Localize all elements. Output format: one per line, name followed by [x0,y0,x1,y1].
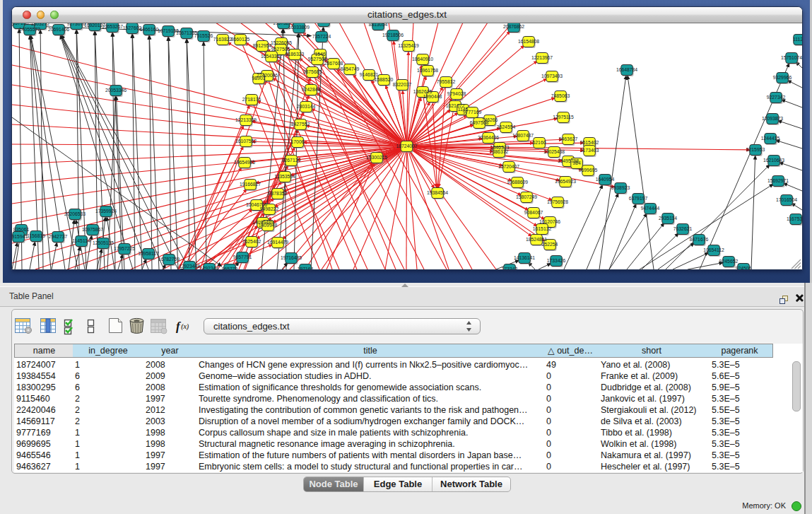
svg-text:1990448: 1990448 [423,94,442,99]
svg-text:19756928: 19756928 [547,199,568,204]
svg-text:1615132: 1615132 [533,226,552,231]
svg-text:2803144: 2803144 [297,104,316,109]
svg-text:10653267: 10653267 [102,24,123,29]
svg-text:8186323: 8186323 [286,52,305,57]
svg-text:17957225: 17957225 [114,246,135,251]
svg-text:8878352: 8878352 [269,191,288,196]
svg-text:16033809: 16033809 [288,25,310,30]
svg-text:9527505: 9527505 [271,47,290,52]
svg-text:62160: 62160 [533,140,546,145]
svg-text:15720407: 15720407 [498,164,519,169]
svg-text:9084067: 9084067 [524,210,543,215]
svg-text:98901: 98901 [252,76,266,81]
svg-text:1409948: 1409948 [259,223,278,228]
svg-text:14055572: 14055572 [19,27,40,32]
svg-text:8454749: 8454749 [341,66,360,71]
svg-text:19218506: 19218506 [382,33,404,37]
svg-text:7515526: 7515526 [194,33,213,38]
svg-text:2942737: 2942737 [49,234,68,239]
svg-text:7485063: 7485063 [551,93,570,98]
svg-text:9463627: 9463627 [559,136,578,141]
svg-text:8267130: 8267130 [282,158,301,163]
svg-text:12505135: 12505135 [93,240,114,245]
svg-text:252254: 252254 [542,242,558,247]
svg-text:17006: 17006 [291,139,305,144]
svg-text:7357224: 7357224 [312,34,331,39]
svg-text:3915941: 3915941 [12,234,28,239]
svg-text:19384554: 19384554 [427,190,448,195]
svg-text:7632621: 7632621 [673,226,693,231]
svg-text:3875685: 3875685 [303,69,322,74]
svg-text:9474444: 9474444 [641,206,660,211]
svg-text:6466160: 6466160 [140,27,159,32]
svg-text:9515402: 9515402 [580,140,599,145]
svg-text:9657791: 9657791 [233,255,252,259]
svg-text:1640954: 1640954 [596,177,615,182]
svg-text:19654923: 19654923 [555,179,576,184]
svg-text:10807487: 10807487 [512,133,534,138]
svg-text:15692971: 15692971 [767,178,789,183]
svg-text:197164: 197164 [298,267,314,269]
svg-text:10654112: 10654112 [703,247,724,252]
svg-text:7386372: 7386372 [490,149,509,154]
svg-text:3173403: 3173403 [580,148,599,153]
svg-text:2867608: 2867608 [324,61,343,66]
svg-text:7625402: 7625402 [242,239,261,244]
svg-text:19716485: 19716485 [281,255,302,260]
svg-text:8427552: 8427552 [291,122,310,127]
svg-text:1292344: 1292344 [200,266,219,269]
svg-text:16154808: 16154808 [518,39,539,44]
svg-text:20876862: 20876862 [503,24,524,29]
svg-text:16648784: 16648784 [616,67,637,72]
svg-text:15807249: 15807249 [516,194,537,199]
svg-text:1167533: 1167533 [787,216,802,221]
svg-text:17359924: 17359924 [95,209,117,214]
svg-text:20053346: 20053346 [105,88,126,93]
svg-text:9498222: 9498222 [260,206,279,211]
svg-text:965779: 965779 [222,267,238,269]
svg-text:(x): (x) [181,322,189,331]
svg-text:835061: 835061 [13,227,30,232]
svg-text:18524861: 18524861 [526,237,547,242]
svg-text:12093873: 12093873 [762,116,783,121]
svg-text:16543362: 16543362 [261,54,282,59]
svg-text:8912954: 8912954 [253,43,272,48]
svg-text:7955812: 7955812 [437,79,456,84]
svg-text:1527602: 1527602 [123,25,142,30]
svg-text:19654985: 19654985 [234,160,255,165]
svg-text:1156819: 1156819 [27,233,45,238]
svg-text:10975867: 10975867 [82,227,103,232]
svg-text:1362615: 1362615 [413,89,433,94]
svg-text:12213967: 12213967 [531,55,553,60]
svg-text:16210643: 16210643 [763,158,784,163]
svg-text:11121: 11121 [793,37,802,42]
svg-text:1145114: 1145114 [72,238,90,243]
svg-text:9146821: 9146821 [360,72,379,77]
svg-text:1733426: 1733426 [547,258,566,263]
svg-text:10025438: 10025438 [543,149,565,154]
svg-text:9794028: 9794028 [447,91,466,96]
svg-text:20364436: 20364436 [478,135,499,140]
svg-text:19166827: 19166827 [240,182,261,187]
svg-text:18640910: 18640910 [412,57,433,62]
svg-text:8660125: 8660125 [231,37,250,42]
svg-text:9699695: 9699695 [579,168,598,173]
svg-text:20206533: 20206533 [64,211,86,216]
svg-text:8471676: 8471676 [690,237,709,242]
svg-text:15226055: 15226055 [271,40,292,45]
svg-text:11325419: 11325419 [398,43,419,48]
svg-text:14136141: 14136141 [514,255,535,260]
svg-text:8938923: 8938923 [611,185,630,190]
svg-text:16107552: 16107552 [235,139,257,144]
svg-text:12975115: 12975115 [553,115,574,119]
svg-text:924506: 924506 [736,266,752,269]
svg-text:2718176: 2718176 [242,97,261,102]
svg-text:17016504: 17016504 [776,197,797,202]
svg-text:8322037: 8322037 [393,82,412,87]
svg-text:9242848: 9242848 [302,87,321,92]
svg-text:7163822: 7163822 [213,37,233,42]
svg-text:18724007: 18724007 [396,144,417,148]
svg-text:1546: 1546 [314,52,325,57]
svg-text:9227342: 9227342 [767,95,786,100]
svg-text:11353594: 11353594 [274,174,295,179]
